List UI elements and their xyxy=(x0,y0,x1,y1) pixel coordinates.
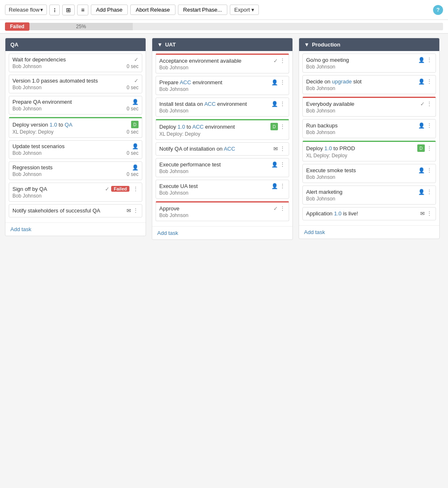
collapse-icon[interactable]: ▼ xyxy=(304,41,309,48)
restart-phase-button[interactable]: Restart Phase... xyxy=(178,5,227,15)
task-card: Application 1.0 is live! ✉ ⋮ xyxy=(302,207,436,220)
column-header-qa: QA xyxy=(5,38,146,51)
task-title: Go/no go meeting xyxy=(306,57,418,63)
task-title: Run backups xyxy=(306,122,418,129)
export-label: Export xyxy=(234,7,250,13)
person-icon: 👤 xyxy=(132,164,139,171)
add-task-production[interactable]: Add task xyxy=(299,225,439,239)
more-menu-icon[interactable]: ⋮ xyxy=(426,145,432,151)
task-title: Prepare QA environment xyxy=(12,99,132,105)
more-menu-icon[interactable]: ⋮ xyxy=(426,100,432,107)
more-menu-icon[interactable]: ⋮ xyxy=(133,185,139,192)
more-menu-icon[interactable]: ⋮ xyxy=(426,122,432,129)
task-title: Regression tests xyxy=(12,164,132,171)
deploy-icon: D xyxy=(131,121,139,128)
person-icon: 👤 xyxy=(418,189,425,195)
task-user: Bob Johnson xyxy=(306,108,335,114)
check-circle-icon: ✓ xyxy=(134,56,139,63)
column-title: Production xyxy=(312,41,341,48)
task-card: Prepare ACC environment 👤 ⋮ Bob Johnson xyxy=(156,76,289,95)
collapse-icon[interactable]: ▼ xyxy=(157,41,163,48)
task-card: Go/no go meeting 👤 ⋮ Bob Johnson xyxy=(302,54,436,73)
add-task-qa[interactable]: Add task xyxy=(5,222,146,236)
column-header-production: ▼ Production xyxy=(299,38,439,51)
export-button[interactable]: Export ▾ xyxy=(230,5,259,15)
task-card: Acceptance environment available ✓ ⋮ Bob… xyxy=(156,54,289,73)
more-menu-icon[interactable]: ⋮ xyxy=(280,57,285,64)
more-menu-icon[interactable]: ⋮ xyxy=(280,100,285,107)
chevron-down-icon: ▾ xyxy=(40,7,43,13)
task-user: Bob Johnson xyxy=(12,150,41,156)
more-menu-icon[interactable]: ⋮ xyxy=(426,78,432,85)
task-card: Notify stakeholders of successful QA ✉ ⋮ xyxy=(9,204,142,217)
task-user: Bob Johnson xyxy=(306,196,335,202)
board-view-icon[interactable]: ⫶ xyxy=(49,5,60,15)
task-user: Bob Johnson xyxy=(306,174,335,180)
person-icon: 👤 xyxy=(418,78,425,85)
task-card: Update test scenarios 👤 Bob Johnson 0 se… xyxy=(9,140,142,159)
task-card: Deploy 1.0 to PROD D ⋮ XL Deploy: Deploy xyxy=(302,141,436,161)
more-menu-icon[interactable]: ⋮ xyxy=(280,205,285,212)
more-menu-icon[interactable]: ⋮ xyxy=(133,207,139,214)
abort-release-button[interactable]: Abort Release xyxy=(130,5,175,15)
task-card: Execute smoke tests 👤 ⋮ Bob Johnson xyxy=(302,164,436,183)
task-time: 0 sec xyxy=(127,106,139,112)
task-card: Decide on upgrade slot 👤 ⋮ Bob Johnson xyxy=(302,75,436,94)
more-menu-icon[interactable]: ⋮ xyxy=(426,56,432,63)
toolbar: Release flow ▾ ⫶ ⊞ ≡ Add Phase Abort Rel… xyxy=(0,0,448,20)
task-time: 0 sec xyxy=(127,63,139,69)
list-view-icon[interactable]: ≡ xyxy=(77,5,88,15)
task-user: Bob Johnson xyxy=(159,212,188,218)
person-icon: 👤 xyxy=(271,183,278,189)
task-card: Wait for dependencies ✓ Bob Johnson 0 se… xyxy=(9,54,142,72)
task-user: Bob Johnson xyxy=(12,171,41,177)
task-title: Alert marketing xyxy=(306,189,418,195)
column-header-uat: ▼ UAT xyxy=(152,38,292,51)
person-icon: 👤 xyxy=(132,143,139,149)
task-card: Prepare QA environment 👤 Bob Johnson 0 s… xyxy=(9,96,142,115)
task-user: Bob Johnson xyxy=(159,108,188,114)
deploy-icon: D xyxy=(270,123,278,130)
add-task-uat[interactable]: Add task xyxy=(152,226,292,239)
more-menu-icon[interactable]: ⋮ xyxy=(280,123,285,130)
deploy-icon: D xyxy=(417,144,425,152)
task-user: Bob Johnson xyxy=(159,168,188,174)
task-list-uat: Acceptance environment available ✓ ⋮ Bob… xyxy=(152,51,292,226)
task-card: Sign off by QA ✓ Failed ⋮ Bob Johnson xyxy=(9,183,142,202)
task-list-production: Go/no go meeting 👤 ⋮ Bob Johnson Decide … xyxy=(299,51,439,225)
progress-track: 25% xyxy=(29,23,443,30)
person-icon: 👤 xyxy=(271,101,278,107)
column-qa: QA Wait for dependencies ✓ Bob Johnson 0… xyxy=(5,38,146,236)
task-user: Bob Johnson xyxy=(159,190,188,196)
person-icon: 👤 xyxy=(271,79,278,85)
task-title: Prepare ACC environment xyxy=(159,79,271,85)
task-user: XL Deploy: Deploy xyxy=(306,153,347,159)
check-circle-icon: ✓ xyxy=(105,186,110,192)
task-title: Version 1.0 passes automated tests xyxy=(12,78,134,84)
task-user: Bob Johnson xyxy=(159,86,188,92)
add-phase-button[interactable]: Add Phase xyxy=(91,5,128,15)
task-user: XL Deploy: Deploy xyxy=(159,131,200,137)
task-card: Install test data on ACC environment 👤 ⋮… xyxy=(156,98,289,117)
task-card: Execute performance test 👤 ⋮ Bob Johnson xyxy=(156,158,289,177)
more-menu-icon[interactable]: ⋮ xyxy=(280,145,285,152)
progress-bar-container: Failed 25% xyxy=(0,20,448,34)
flow-dropdown[interactable]: Release flow ▾ xyxy=(5,5,47,15)
task-card: Regression tests 👤 Bob Johnson 0 sec xyxy=(9,161,142,180)
more-menu-icon[interactable]: ⋮ xyxy=(426,210,432,217)
more-menu-icon[interactable]: ⋮ xyxy=(280,79,285,85)
task-title: Notify QA of installation on ACC xyxy=(159,146,273,152)
task-card: Alert marketing 👤 ⋮ Bob Johnson xyxy=(302,185,436,205)
envelope-icon: ✉ xyxy=(420,210,425,217)
help-button[interactable]: ? xyxy=(433,5,443,15)
task-title: Update test scenarios xyxy=(12,143,132,149)
table-view-icon[interactable]: ⊞ xyxy=(62,5,75,15)
more-menu-icon[interactable]: ⋮ xyxy=(280,161,285,168)
flow-label: Release flow xyxy=(9,7,39,13)
task-title: Notify stakeholders of successful QA xyxy=(12,207,127,214)
person-icon: 👤 xyxy=(418,122,425,129)
more-menu-icon[interactable]: ⋮ xyxy=(426,167,432,173)
more-menu-icon[interactable]: ⋮ xyxy=(426,188,432,195)
chevron-down-icon: ▾ xyxy=(251,7,254,13)
more-menu-icon[interactable]: ⋮ xyxy=(280,183,285,189)
